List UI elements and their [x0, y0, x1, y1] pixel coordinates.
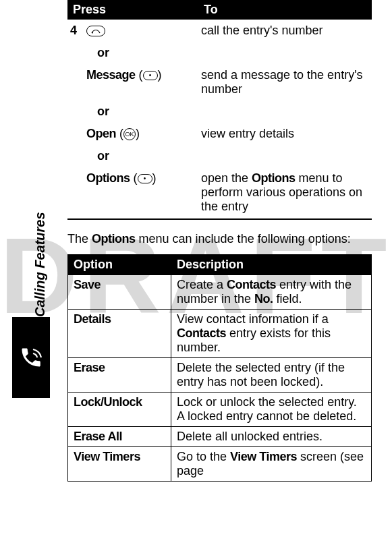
table-row: Details View contact information if a Co… [68, 310, 372, 358]
option-erase-all: Erase All [68, 427, 171, 447]
description-header: Description [171, 255, 372, 275]
options-key-label: Options [86, 171, 130, 185]
press-header: Press [67, 0, 198, 20]
step-number: 4 [67, 20, 84, 218]
to-cell-message: send a message to the entry's number [198, 64, 372, 100]
to-cell-call: call the entry's number [198, 20, 372, 42]
or-3: or [84, 145, 372, 167]
table-row: View Timers Go to the View Timers screen… [68, 447, 372, 482]
table-row: Lock/Unlock Lock or unlock the selected … [68, 393, 372, 427]
table-row: Save Create a Contacts entry with the nu… [68, 275, 372, 310]
option-erase: Erase [68, 358, 171, 393]
phone-icon [19, 345, 43, 370]
desc-lock-unlock: Lock or unlock the selected entry. A loc… [171, 393, 372, 427]
message-label: Message [86, 68, 136, 82]
option-view-timers: View Timers [68, 447, 171, 482]
ok-key-icon: OK [123, 128, 136, 140]
right-soft-key-icon: • [138, 174, 152, 183]
press-cell-call [84, 20, 198, 42]
option-header: Option [68, 255, 171, 275]
press-cell-options: Options (•) [84, 167, 198, 218]
options-table: Option Description Save Create a Contact… [67, 254, 372, 482]
open-label: Open [86, 127, 116, 140]
desc-view-timers: Go to the View Timers screen (see page [171, 447, 372, 482]
desc-erase: Delete the selected entry (if the entry … [171, 358, 372, 393]
to-header: To [198, 0, 372, 20]
or-2: or [84, 100, 372, 123]
desc-save: Create a Contacts entry with the number … [171, 275, 372, 310]
svg-point-0 [92, 32, 93, 34]
to-cell-open: view entry details [198, 123, 372, 145]
table-row: Erase Delete the selected entry (if the … [68, 358, 372, 393]
option-lock-unlock: Lock/Unlock [68, 393, 171, 427]
or-1: or [84, 42, 372, 64]
table-row: Erase All Delete all unlocked entries. [68, 427, 372, 447]
press-to-table: Press To 4 call the entry's number or [67, 0, 372, 220]
option-save: Save [68, 275, 171, 310]
side-icon-panel [12, 317, 50, 398]
side-section-label: Calling Features [32, 212, 48, 317]
send-key-icon [86, 26, 105, 36]
option-details: Details [68, 310, 171, 358]
left-soft-key-icon: • [143, 71, 158, 80]
intro-paragraph: The Options menu can include the followi… [67, 232, 372, 246]
press-cell-message: Message (•) [84, 64, 198, 100]
desc-erase-all: Delete all unlocked entries. [171, 427, 372, 447]
press-cell-open: Open (OK) [84, 123, 198, 145]
to-cell-options: open the Options menu to perform various… [198, 167, 372, 218]
desc-details: View contact information if a Contacts e… [171, 310, 372, 358]
